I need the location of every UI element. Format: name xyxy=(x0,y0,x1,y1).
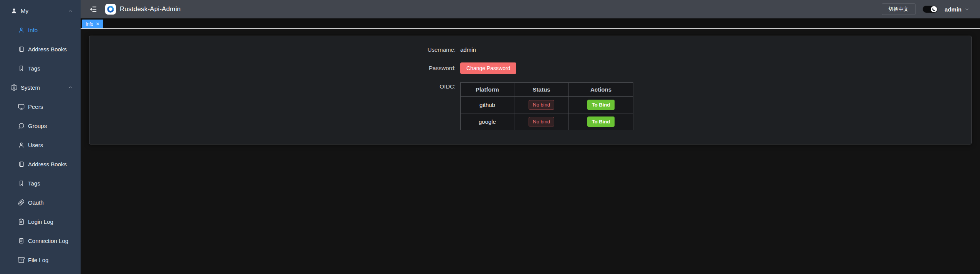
chat-bubble-icon xyxy=(18,123,25,129)
sidebar: My Info Address Books Tags System Peers … xyxy=(0,0,81,274)
sidebar-item-label: File Log xyxy=(28,257,48,263)
tab-label: Info xyxy=(86,21,93,27)
sidebar-item-info[interactable]: Info xyxy=(0,20,81,39)
user-icon xyxy=(18,142,25,148)
address-book-icon xyxy=(18,46,25,53)
sidebar-section-my[interactable]: My xyxy=(0,1,81,20)
language-switch-button[interactable]: 切换中文 xyxy=(882,3,916,15)
column-header-status: Status xyxy=(514,83,569,97)
gear-icon xyxy=(11,84,17,91)
bookmark-icon xyxy=(18,180,25,187)
tab-info[interactable]: Info xyxy=(82,20,103,28)
rustdesk-logo xyxy=(105,4,116,15)
main-area: Rustdesk-Api-Admin 切换中文 admin Info xyxy=(81,0,980,274)
app-title: Rustdesk-Api-Admin xyxy=(120,5,181,13)
document-icon xyxy=(18,238,25,244)
top-header: Rustdesk-Api-Admin 切换中文 admin xyxy=(81,0,980,18)
user-info-card: Username: admin Password: Change Passwor… xyxy=(89,36,972,144)
status-badge: No bind xyxy=(529,100,554,110)
moon-icon xyxy=(931,6,937,12)
sidebar-item-label: Login Log xyxy=(28,218,53,225)
oidc-row: OIDC: Platform Status Actions gi xyxy=(414,80,963,130)
sidebar-item-users[interactable]: Users xyxy=(0,135,81,154)
sidebar-item-connection-log[interactable]: Connection Log xyxy=(0,231,81,250)
sidebar-sections: My Info Address Books Tags System Peers … xyxy=(0,1,81,269)
actions-cell: To Bind xyxy=(569,97,633,113)
sidebar-item-groups[interactable]: Groups xyxy=(0,116,81,135)
user-icon xyxy=(18,27,25,33)
user-name: admin xyxy=(945,6,962,13)
password-label: Password: xyxy=(414,62,460,74)
user-menu[interactable]: admin xyxy=(945,6,969,13)
app-window: My Info Address Books Tags System Peers … xyxy=(0,0,980,274)
address-book-icon xyxy=(18,161,25,167)
hamburger-icon[interactable] xyxy=(89,5,97,13)
bookmark-icon xyxy=(18,65,25,72)
sidebar-item-label: Connection Log xyxy=(28,238,68,244)
to-bind-button[interactable]: To Bind xyxy=(587,100,615,110)
platform-cell: google xyxy=(461,113,514,130)
monitor-icon xyxy=(18,103,25,110)
password-row: Password: Change Password xyxy=(414,62,963,74)
change-password-button[interactable]: Change Password xyxy=(460,62,516,74)
sidebar-section-label: System xyxy=(21,84,40,91)
platform-cell: github xyxy=(461,97,514,113)
status-cell: No bind xyxy=(514,97,569,113)
oidc-label: OIDC: xyxy=(414,80,460,130)
username-value: admin xyxy=(460,44,476,56)
sidebar-item-oauth[interactable]: Oauth xyxy=(0,193,81,212)
user-info-form: Username: admin Password: Change Passwor… xyxy=(414,44,963,130)
sidebar-item-label: Peers xyxy=(28,103,43,110)
sidebar-section-system[interactable]: System xyxy=(0,78,81,97)
sidebar-item-label: Tags xyxy=(28,180,40,187)
sidebar-section-label: My xyxy=(21,8,28,14)
sidebar-item-label: Groups xyxy=(28,123,47,129)
close-icon[interactable] xyxy=(96,22,100,26)
clipboard-icon xyxy=(18,218,25,225)
username-row: Username: admin xyxy=(414,44,963,56)
user-solid-icon xyxy=(11,8,17,14)
oidc-table-row: github No bind To Bind xyxy=(461,97,633,113)
oidc-table-header-row: Platform Status Actions xyxy=(461,83,633,97)
sidebar-item-label: Oauth xyxy=(28,199,44,206)
chevron-up-icon xyxy=(68,8,73,13)
sidebar-item-label: Address Books xyxy=(28,161,67,167)
oidc-table-body: github No bind To Bind google No bind To… xyxy=(461,97,633,130)
sidebar-item-address-books[interactable]: Address Books xyxy=(0,154,81,174)
sidebar-item-peers[interactable]: Peers xyxy=(0,97,81,116)
sidebar-item-label: Tags xyxy=(28,65,40,72)
sidebar-item-label: Users xyxy=(28,142,43,148)
sidebar-item-tags[interactable]: Tags xyxy=(0,174,81,193)
chevron-down-icon xyxy=(964,7,969,12)
chevron-up-icon xyxy=(68,85,73,90)
oidc-table-row: google No bind To Bind xyxy=(461,113,633,130)
column-header-actions: Actions xyxy=(569,83,633,97)
to-bind-button[interactable]: To Bind xyxy=(587,116,615,127)
sidebar-item-address-books[interactable]: Address Books xyxy=(0,39,81,59)
header-actions: 切换中文 admin xyxy=(882,3,969,15)
oidc-table: Platform Status Actions github No bind T… xyxy=(460,82,633,130)
username-label: Username: xyxy=(414,44,460,56)
sidebar-item-tags[interactable]: Tags xyxy=(0,59,81,78)
paperclip-icon xyxy=(18,199,25,206)
sidebar-item-label: Address Books xyxy=(28,46,67,53)
status-cell: No bind xyxy=(514,113,569,130)
tab-bar: Info xyxy=(81,18,980,29)
column-header-platform: Platform xyxy=(461,83,514,97)
sidebar-item-label: Info xyxy=(28,27,38,33)
theme-toggle[interactable] xyxy=(922,5,938,13)
page-content: Username: admin Password: Change Passwor… xyxy=(81,29,980,274)
sidebar-item-login-log[interactable]: Login Log xyxy=(0,212,81,231)
archive-icon xyxy=(18,257,25,263)
status-badge: No bind xyxy=(529,117,554,126)
actions-cell: To Bind xyxy=(569,113,633,130)
sidebar-item-file-log[interactable]: File Log xyxy=(0,250,81,269)
